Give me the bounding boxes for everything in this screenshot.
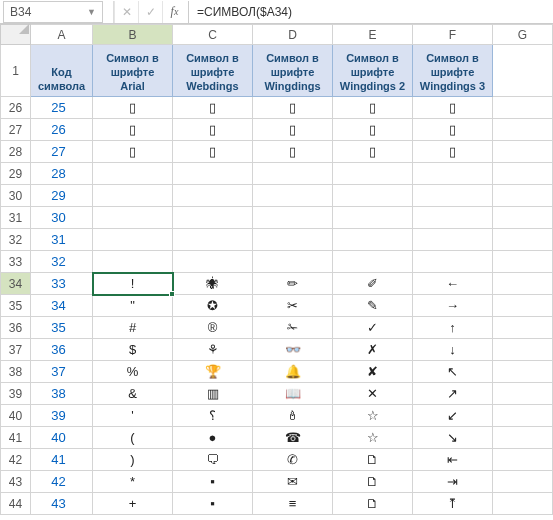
- cell-C40[interactable]: ⸮: [173, 405, 253, 427]
- cell-G36[interactable]: [493, 317, 553, 339]
- cell-B30[interactable]: [93, 185, 173, 207]
- cell-B42[interactable]: ): [93, 449, 173, 471]
- cell-F34[interactable]: ←: [413, 273, 493, 295]
- row-header-31[interactable]: 31: [1, 207, 31, 229]
- cell-A41[interactable]: 40: [31, 427, 93, 449]
- cell-B33[interactable]: [93, 251, 173, 273]
- cell-G27[interactable]: [493, 119, 553, 141]
- row-header-35[interactable]: 35: [1, 295, 31, 317]
- cell-A34[interactable]: 33: [31, 273, 93, 295]
- cell-D42[interactable]: ✆: [253, 449, 333, 471]
- row-header-32[interactable]: 32: [1, 229, 31, 251]
- cell-D32[interactable]: [253, 229, 333, 251]
- cell-D34[interactable]: ✏: [253, 273, 333, 295]
- cell-E31[interactable]: [333, 207, 413, 229]
- cell-A30[interactable]: 29: [31, 185, 93, 207]
- name-box-dropdown-icon[interactable]: ▼: [83, 7, 96, 17]
- row-header-41[interactable]: 41: [1, 427, 31, 449]
- cell-F32[interactable]: [413, 229, 493, 251]
- cell-C32[interactable]: [173, 229, 253, 251]
- row-header-40[interactable]: 40: [1, 405, 31, 427]
- cell-G29[interactable]: [493, 163, 553, 185]
- header-cell-C[interactable]: Символ в шрифте Webdings: [173, 45, 253, 97]
- cell-A42[interactable]: 41: [31, 449, 93, 471]
- cell-A32[interactable]: 31: [31, 229, 93, 251]
- cell-C37[interactable]: ⚘: [173, 339, 253, 361]
- cell-G34[interactable]: [493, 273, 553, 295]
- cell-F38[interactable]: ↖: [413, 361, 493, 383]
- header-cell-A[interactable]: Код символа: [31, 45, 93, 97]
- cell-F36[interactable]: ↑: [413, 317, 493, 339]
- cell-E34[interactable]: ✐: [333, 273, 413, 295]
- row-header-28[interactable]: 28: [1, 141, 31, 163]
- cell-D35[interactable]: ✂: [253, 295, 333, 317]
- cell-G26[interactable]: [493, 97, 553, 119]
- cell-A39[interactable]: 38: [31, 383, 93, 405]
- cell-F44[interactable]: ⤒: [413, 493, 493, 515]
- cell-B26[interactable]: ▯: [93, 97, 173, 119]
- row-header-36[interactable]: 36: [1, 317, 31, 339]
- formula-input[interactable]: =СИМВОЛ($A34): [188, 1, 553, 23]
- cell-B41[interactable]: (: [93, 427, 173, 449]
- select-all-corner[interactable]: [1, 25, 31, 45]
- cell-B37[interactable]: $: [93, 339, 173, 361]
- cell-F30[interactable]: [413, 185, 493, 207]
- cell-G38[interactable]: [493, 361, 553, 383]
- cell-G35[interactable]: [493, 295, 553, 317]
- header-cell-D[interactable]: Символ в шрифте Wingdings: [253, 45, 333, 97]
- cell-G42[interactable]: [493, 449, 553, 471]
- cell-D39[interactable]: 📖: [253, 383, 333, 405]
- cell-E30[interactable]: [333, 185, 413, 207]
- cell-B40[interactable]: ': [93, 405, 173, 427]
- cell-A33[interactable]: 32: [31, 251, 93, 273]
- cell-F37[interactable]: ↓: [413, 339, 493, 361]
- header-cell-E[interactable]: Символ в шрифте Wingdings 2: [333, 45, 413, 97]
- header-cell-G[interactable]: [493, 45, 553, 97]
- row-header-34[interactable]: 34: [1, 273, 31, 295]
- cell-D27[interactable]: ▯: [253, 119, 333, 141]
- cell-G37[interactable]: [493, 339, 553, 361]
- cell-D30[interactable]: [253, 185, 333, 207]
- cell-F28[interactable]: ▯: [413, 141, 493, 163]
- cell-F39[interactable]: ↗: [413, 383, 493, 405]
- cell-A43[interactable]: 42: [31, 471, 93, 493]
- cell-G40[interactable]: [493, 405, 553, 427]
- cell-C29[interactable]: [173, 163, 253, 185]
- cell-E43[interactable]: 🗋: [333, 471, 413, 493]
- cell-F26[interactable]: ▯: [413, 97, 493, 119]
- cell-E29[interactable]: [333, 163, 413, 185]
- cell-C28[interactable]: ▯: [173, 141, 253, 163]
- cell-G44[interactable]: [493, 493, 553, 515]
- col-header-B[interactable]: B: [93, 25, 173, 45]
- enter-button[interactable]: ✓: [138, 1, 162, 23]
- col-header-C[interactable]: C: [173, 25, 253, 45]
- cell-A26[interactable]: 25: [31, 97, 93, 119]
- cell-G31[interactable]: [493, 207, 553, 229]
- fill-handle[interactable]: [169, 291, 175, 297]
- cell-B32[interactable]: [93, 229, 173, 251]
- cell-D38[interactable]: 🔔: [253, 361, 333, 383]
- cell-E26[interactable]: ▯: [333, 97, 413, 119]
- header-cell-F[interactable]: Символ в шрифте Wingdings 3: [413, 45, 493, 97]
- cell-A44[interactable]: 43: [31, 493, 93, 515]
- cell-C35[interactable]: ✪: [173, 295, 253, 317]
- cell-C39[interactable]: ▥: [173, 383, 253, 405]
- cell-C42[interactable]: 🗨: [173, 449, 253, 471]
- cell-A37[interactable]: 36: [31, 339, 93, 361]
- cell-C26[interactable]: ▯: [173, 97, 253, 119]
- cell-B38[interactable]: %: [93, 361, 173, 383]
- cell-B31[interactable]: [93, 207, 173, 229]
- cell-D41[interactable]: ☎: [253, 427, 333, 449]
- cell-G41[interactable]: [493, 427, 553, 449]
- cell-B27[interactable]: ▯: [93, 119, 173, 141]
- cell-F35[interactable]: →: [413, 295, 493, 317]
- cell-C31[interactable]: [173, 207, 253, 229]
- cell-G43[interactable]: [493, 471, 553, 493]
- header-cell-B[interactable]: Символ в шрифте Arial: [93, 45, 173, 97]
- cell-E33[interactable]: [333, 251, 413, 273]
- cell-D40[interactable]: 🕯: [253, 405, 333, 427]
- row-header-44[interactable]: 44: [1, 493, 31, 515]
- row-header-27[interactable]: 27: [1, 119, 31, 141]
- cell-B36[interactable]: #: [93, 317, 173, 339]
- cell-C38[interactable]: 🏆: [173, 361, 253, 383]
